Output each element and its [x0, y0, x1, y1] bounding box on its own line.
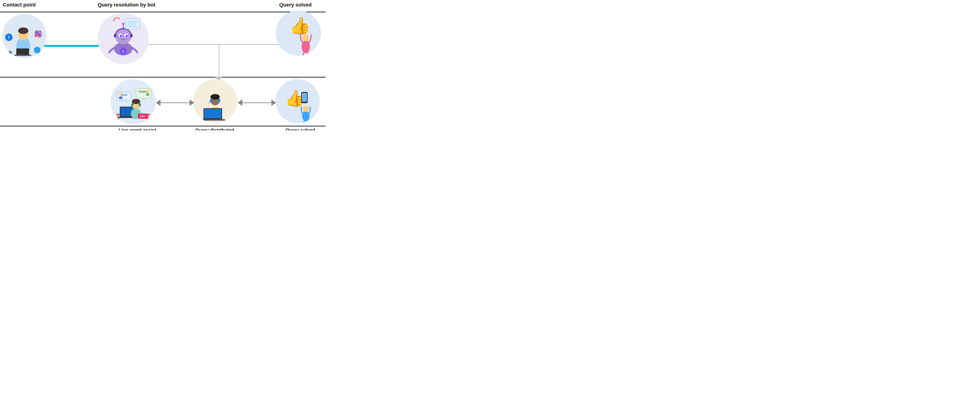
main-arrow-line [144, 44, 298, 45]
solved-bottom-illustration: 👍 [275, 79, 320, 123]
svg-rect-71 [218, 99, 220, 102]
contact-point-circle: f in 🐦 [2, 14, 46, 58]
contact-illustration: f in 🐦 [2, 14, 46, 58]
svg-rect-12 [6, 51, 12, 57]
bottom-line [0, 126, 326, 126]
live-agent-label: Live agent assist [119, 128, 156, 130]
query-solved-top-label: Query solved [279, 2, 312, 8]
query-solved-bottom-circle: 👍 [275, 79, 320, 123]
svg-rect-77 [302, 93, 307, 102]
svg-rect-24 [130, 34, 132, 37]
double-arrow-agent [156, 99, 194, 106]
bot-circle: e [98, 13, 149, 64]
query-resolution-label: Query resolution by bot [98, 2, 155, 8]
svg-point-61 [146, 93, 150, 96]
svg-point-73 [210, 94, 220, 100]
svg-rect-23 [114, 34, 116, 37]
svg-point-3 [18, 27, 29, 34]
mid-line [0, 77, 326, 78]
svg-point-60 [146, 89, 149, 93]
svg-rect-5 [14, 55, 31, 56]
live-agent-circle: HELP! THANKS! 24/7 [110, 79, 156, 125]
svg-point-26 [122, 22, 124, 25]
svg-text:👍: 👍 [290, 16, 310, 36]
agent-illustration: HELP! THANKS! 24/7 [110, 79, 156, 125]
svg-rect-67 [204, 109, 221, 118]
svg-text:f: f [8, 35, 10, 39]
query-solved-top-circle: 👍 [275, 11, 321, 56]
svg-rect-4 [16, 48, 29, 56]
svg-rect-51 [117, 92, 131, 101]
svg-point-78 [302, 111, 310, 121]
query-distributed-label: Query distributedto human agent [195, 128, 234, 130]
query-solved-bottom-label: Query solved [286, 128, 315, 130]
svg-point-11 [39, 32, 40, 33]
svg-rect-40 [118, 115, 119, 122]
svg-point-22 [125, 35, 128, 37]
contact-point-label: Contact point [3, 2, 36, 8]
svg-point-37 [302, 35, 309, 41]
human-agent-illustration [193, 79, 237, 123]
cyan-line [36, 45, 103, 47]
svg-point-36 [302, 40, 310, 53]
double-arrow-solved [238, 99, 276, 106]
svg-rect-47 [131, 103, 133, 106]
svg-rect-57 [136, 88, 151, 98]
svg-point-79 [303, 106, 309, 112]
svg-text:🐦: 🐦 [35, 48, 40, 53]
svg-text:24/7: 24/7 [140, 115, 146, 118]
svg-text:in: in [7, 53, 10, 56]
svg-text:e: e [123, 50, 124, 53]
svg-rect-70 [210, 99, 212, 102]
human-agent-circle [193, 79, 237, 123]
svg-rect-48 [139, 103, 141, 106]
svg-point-21 [120, 35, 122, 37]
svg-point-50 [132, 99, 140, 104]
svg-point-56 [119, 96, 123, 99]
vertical-line [219, 45, 219, 79]
top-line [0, 12, 326, 12]
svg-rect-68 [202, 119, 225, 121]
diagram-container: Contact point Query resolution by bot Qu… [0, 0, 326, 130]
solved-top-illustration: 👍 [275, 11, 321, 56]
svg-point-55 [119, 93, 123, 96]
bot-illustration: e [98, 13, 149, 64]
